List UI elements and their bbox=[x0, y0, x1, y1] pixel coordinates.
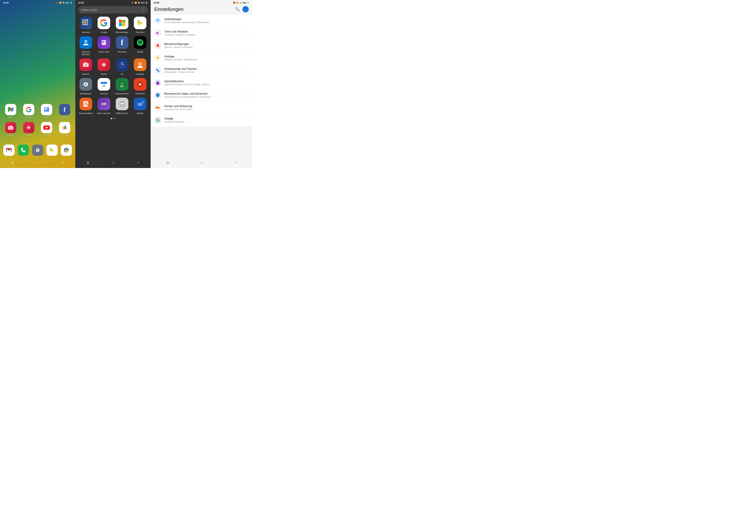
home-app-google-photos[interactable]: Google bbox=[57, 122, 72, 137]
drawer-app-galaxystore[interactable]: Galaxy Store bbox=[96, 36, 112, 56]
drawer-more-icon[interactable]: ⋮ bbox=[142, 8, 145, 12]
home-app-galerie[interactable]: Galerie bbox=[21, 122, 36, 137]
drawer-app-kontakte[interactable]: Kontakte bbox=[133, 59, 148, 75]
home-back-btn[interactable]: < bbox=[62, 161, 64, 165]
home-menu-btn[interactable]: ||| bbox=[12, 161, 14, 165]
settings-item-hintergruende[interactable]: Hintergründe und Themes Hintergründe, Th… bbox=[150, 64, 252, 77]
settings-item-benachrichtigungen[interactable]: Benachrichtigungen Sperren, zulassen, pr… bbox=[150, 39, 252, 52]
settings-item-verbindungen[interactable]: Verbindungen WLAN, Bluetooth, Datennutzu… bbox=[150, 14, 252, 27]
einstellungen-drawer-icon[interactable] bbox=[80, 78, 92, 91]
dock-playstore[interactable] bbox=[46, 144, 58, 156]
svg-rect-84 bbox=[102, 81, 103, 83]
home-app-maps[interactable]: Maps bbox=[4, 104, 18, 118]
svg-rect-39 bbox=[86, 21, 88, 23]
samsung-drawer-icon[interactable] bbox=[80, 17, 92, 29]
dock-chrome[interactable] bbox=[61, 144, 72, 156]
uhr-drawer-icon[interactable] bbox=[116, 59, 128, 71]
drawer-app-einstellungen[interactable]: Einstellungen bbox=[78, 78, 94, 95]
youtube-icon[interactable] bbox=[41, 122, 52, 133]
home-app-youtube[interactable]: YouTube bbox=[40, 122, 54, 137]
facebook-home-icon[interactable]: f bbox=[59, 104, 70, 115]
kamera-icon[interactable] bbox=[5, 122, 16, 133]
settings-item-konten[interactable]: Konten und Sicherung Samsung Cloud, Smar… bbox=[150, 102, 252, 114]
facebook-drawer-icon[interactable]: f bbox=[116, 36, 128, 49]
home-app-news[interactable]: News bbox=[40, 104, 54, 118]
drawer-app-sms[interactable]: SMS Services bbox=[114, 98, 130, 114]
news-icon[interactable] bbox=[41, 104, 52, 115]
musik-drawer-icon[interactable] bbox=[134, 78, 147, 91]
phone-icon[interactable] bbox=[18, 144, 29, 156]
drawer-back-btn[interactable]: < bbox=[137, 161, 139, 165]
kamera-drawer-icon[interactable] bbox=[80, 59, 92, 71]
spotify-drawer-icon[interactable] bbox=[134, 36, 147, 49]
sms-drawer-icon[interactable] bbox=[116, 98, 128, 110]
settings-home-icon[interactable] bbox=[32, 144, 43, 156]
gboard-drawer-icon[interactable]: G bbox=[134, 98, 147, 110]
drawer-app-notes[interactable]: Samsung Notes bbox=[78, 98, 94, 114]
drawer-app-members[interactable]: Samsung Members bbox=[78, 36, 94, 56]
drawer-app-samsung[interactable]: Samsung bbox=[78, 17, 94, 34]
settings-search-icon[interactable]: 🔍 bbox=[235, 7, 240, 12]
drawer-app-kamera[interactable]: Kamera bbox=[78, 59, 94, 75]
chrome-icon[interactable] bbox=[61, 144, 72, 156]
dock-gmail[interactable] bbox=[3, 144, 14, 156]
drawer-app-spotify[interactable]: Spotify bbox=[133, 36, 148, 56]
google-drawer-icon[interactable] bbox=[97, 17, 110, 29]
drawer-app-google[interactable]: Google bbox=[96, 17, 112, 34]
svg-point-13 bbox=[10, 127, 12, 129]
drawer-app-playstore[interactable]: Play Store bbox=[133, 17, 148, 34]
dock-settings[interactable] bbox=[32, 144, 43, 156]
drawer-app-taschenrechner[interactable]: ±÷ Taschenrechner bbox=[114, 78, 130, 95]
drawer-app-galerie[interactable]: Galerie bbox=[96, 59, 112, 75]
home-app-kamera[interactable]: Kamera bbox=[4, 122, 18, 137]
playstore-home-icon[interactable] bbox=[46, 144, 58, 156]
settings-menu-btn[interactable]: ||| bbox=[166, 161, 169, 165]
home-app-google[interactable]: Google bbox=[21, 104, 36, 118]
konten-subtitle: Samsung Cloud, Smart Switch bbox=[164, 108, 249, 111]
google-photos-icon[interactable] bbox=[59, 122, 70, 133]
maps-icon[interactable] bbox=[5, 104, 16, 115]
notes-drawer-icon[interactable] bbox=[80, 98, 92, 110]
settings-back-btn[interactable]: < bbox=[234, 161, 236, 165]
galerie-home-icon[interactable] bbox=[23, 122, 34, 133]
drawer-app-kalender[interactable]: 20 Kalender bbox=[96, 78, 112, 95]
galerie-drawer-icon[interactable] bbox=[97, 59, 110, 71]
settings-item-google[interactable]: Google Google-Einstellungen bbox=[150, 114, 252, 126]
game-drawer-icon[interactable] bbox=[97, 98, 110, 110]
settings-title: Einstellungen bbox=[154, 7, 184, 12]
drawer-app-microsoft[interactable]: Microsoft Apps bbox=[114, 17, 130, 34]
home-app-facebook[interactable]: f Facebook bbox=[57, 104, 72, 118]
home-home-btn[interactable]: ○ bbox=[37, 160, 39, 165]
sperrbildschirm-title: Sperrbildschirm bbox=[164, 80, 249, 83]
facebook-drawer-label: Facebook bbox=[118, 51, 126, 53]
drawer-app-gboard[interactable]: G Gboard bbox=[133, 98, 148, 114]
settings-item-anzeige[interactable]: Anzeige Helligkeit, Blaufilter, Startbil… bbox=[150, 52, 252, 64]
google-icon[interactable] bbox=[23, 104, 34, 115]
kontakte-drawer-icon[interactable] bbox=[134, 59, 147, 71]
gmail-icon[interactable] bbox=[3, 144, 14, 156]
settings-avatar[interactable]: 👤 bbox=[242, 6, 249, 13]
svg-rect-43 bbox=[119, 20, 122, 23]
taschenrechner-drawer-label: Taschenrechner bbox=[115, 92, 129, 95]
drawer-home-btn[interactable]: ○ bbox=[112, 160, 114, 165]
svg-point-109 bbox=[104, 104, 105, 104]
settings-item-biometrie[interactable]: Biometrische Daten und Sicherheit Gesich… bbox=[150, 89, 252, 102]
settings-item-toene[interactable]: Töne und Vibration Tonmodus, Klingelton,… bbox=[150, 27, 252, 39]
drawer-menu-btn[interactable]: ||| bbox=[87, 161, 89, 165]
hintergruende-text: Hintergründe und Themes Hintergründe, Th… bbox=[164, 67, 249, 73]
playstore-drawer-icon[interactable] bbox=[134, 17, 147, 29]
taschenrechner-drawer-icon[interactable]: ±÷ bbox=[116, 78, 128, 91]
drawer-app-game[interactable]: Game Launcher bbox=[96, 98, 112, 114]
settings-home-btn[interactable]: ○ bbox=[201, 160, 203, 165]
microsoft-drawer-icon[interactable] bbox=[116, 17, 128, 29]
svg-point-58 bbox=[85, 64, 87, 66]
drawer-app-facebook[interactable]: f Facebook bbox=[114, 36, 130, 56]
drawer-app-uhr[interactable]: Uhr bbox=[114, 59, 130, 75]
kalender-drawer-icon[interactable]: 20 bbox=[97, 78, 110, 91]
members-drawer-icon[interactable] bbox=[80, 36, 92, 49]
drawer-app-musik[interactable]: Play Musik bbox=[133, 78, 148, 95]
galaxystore-drawer-icon[interactable] bbox=[97, 36, 110, 49]
dock-phone[interactable] bbox=[18, 144, 29, 156]
drawer-search-bar[interactable]: Finder-Suche ⋮ bbox=[78, 6, 148, 13]
settings-item-sperrbildschirm[interactable]: Sperrbildschirm Sperrbildschirmtyp, Alwa… bbox=[150, 77, 252, 89]
